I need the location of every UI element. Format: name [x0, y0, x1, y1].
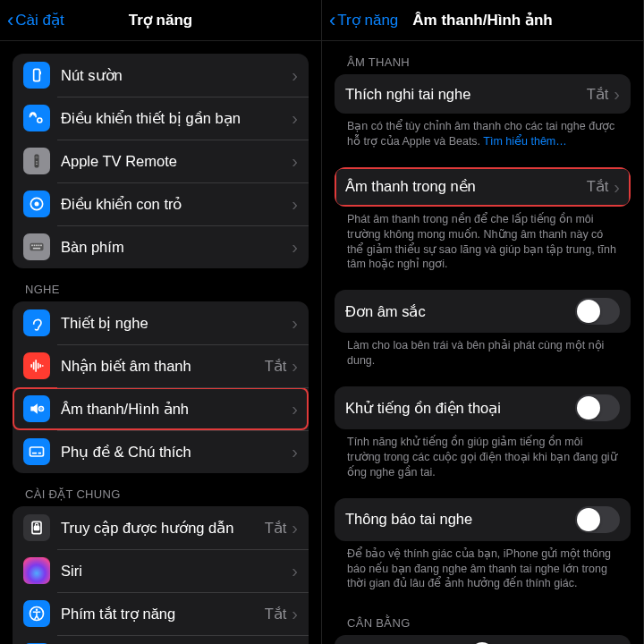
group-hearing: Thiết bị nghe › Nhận biết âm thanh Tắt ›…	[13, 301, 309, 473]
row-phone-noise-cancellation[interactable]: Khử tiếng ồn điện thoại	[335, 386, 631, 429]
row-label: Siri	[61, 563, 292, 580]
row-label: Thiết bị nghe	[61, 315, 292, 332]
audio-visual-pane: ‹ Trợ năng Âm thanh/Hình ảnh ÂM THANH Th…	[322, 0, 644, 644]
chevron-right-icon: ›	[614, 85, 620, 103]
row-detail: Tắt	[265, 520, 287, 537]
page-title: Âm thanh/Hình ảnh	[412, 11, 552, 30]
row-audio-visual[interactable]: Âm thanh/Hình ảnh ›	[13, 387, 309, 430]
chevron-right-icon: ›	[292, 195, 298, 213]
row-nearby-control[interactable]: Điều khiển thiết bị gần bạn ›	[13, 97, 309, 140]
section-header-balance: CÂN BẰNG	[322, 602, 643, 635]
nav-bar: ‹ Trợ năng Âm thanh/Hình ảnh	[322, 0, 643, 41]
svg-point-6	[36, 164, 37, 165]
row-detail: Tắt	[265, 606, 287, 623]
section-header-general: CÀI ĐẶT CHUNG	[0, 473, 321, 506]
row-label: Truy cập được hướng dẫn	[61, 520, 265, 537]
row-detail: Tắt	[265, 358, 287, 375]
group-mono-audio: Đơn âm sắc	[335, 290, 631, 333]
pointer-icon	[23, 191, 50, 217]
chevron-right-icon: ›	[292, 519, 298, 537]
row-background-sounds[interactable]: Âm thanh trong nền Tắt ›	[335, 167, 631, 207]
row-subtitles-captions[interactable]: Phụ đề & Chú thích ›	[13, 430, 309, 473]
row-label: Âm thanh trong nền	[345, 178, 587, 195]
svg-point-8	[35, 202, 39, 207]
svg-rect-11	[34, 245, 36, 247]
chevron-right-icon: ›	[292, 314, 298, 332]
section-header-hearing: NGHE	[0, 268, 321, 301]
mono-audio-toggle[interactable]	[575, 298, 620, 325]
svg-point-23	[40, 408, 42, 410]
chevron-right-icon: ›	[292, 66, 298, 84]
row-label: Khử tiếng ồn điện thoại	[345, 400, 575, 417]
balance-slider-row: T P	[335, 635, 631, 644]
row-apple-tv-remote[interactable]: Apple TV Remote ›	[13, 140, 309, 182]
svg-rect-9	[30, 243, 44, 250]
row-label: Nhận biết âm thanh	[61, 358, 265, 375]
back-button[interactable]: ‹ Cài đặt	[7, 0, 64, 40]
back-button[interactable]: ‹ Trợ năng	[329, 0, 398, 40]
row-per-app-settings[interactable]: Cài đặt theo ứng dụng ›	[13, 635, 309, 644]
row-hearing-devices[interactable]: Thiết bị nghe ›	[13, 301, 309, 344]
svg-rect-28	[35, 526, 39, 530]
footer-background-sounds: Phát âm thanh trong nền để che lấp tiếng…	[322, 207, 643, 284]
footer-mono-audio: Làm cho loa bên trái và bên phải phát cù…	[322, 333, 643, 379]
row-pointer-control[interactable]: Điều khiển con trỏ ›	[13, 182, 309, 225]
nav-bar: ‹ Cài đặt Trợ năng	[0, 0, 321, 41]
group-general: Truy cập được hướng dẫn Tắt › Siri › Phí…	[13, 506, 309, 644]
svg-point-4	[35, 156, 38, 158]
row-sound-recognition[interactable]: Nhận biết âm thanh Tắt ›	[13, 344, 309, 387]
noise-cancel-toggle[interactable]	[575, 394, 620, 421]
row-label: Điều khiển con trỏ	[61, 196, 292, 213]
footer-noise-cancel: Tính năng khử tiếng ồn giúp giảm tiếng ồ…	[322, 429, 643, 491]
row-label: Âm thanh/Hình ảnh	[61, 401, 292, 418]
group-physical: Nút sườn › Điều khiển thiết bị gần bạn ›…	[13, 54, 309, 268]
row-headphone-notifications[interactable]: Thông báo tai nghe	[335, 498, 631, 541]
headphone-notif-toggle[interactable]	[575, 506, 620, 533]
chevron-right-icon: ›	[292, 238, 298, 256]
row-label: Phụ đề & Chú thích	[61, 444, 292, 461]
group-headphone-accom: Thích nghi tai nghe Tắt ›	[335, 74, 631, 114]
captions-icon	[23, 438, 50, 465]
svg-rect-12	[36, 245, 38, 247]
chevron-right-icon: ›	[292, 443, 298, 461]
row-label: Bàn phím	[61, 239, 292, 256]
row-label: Đơn âm sắc	[345, 303, 575, 320]
row-accessibility-shortcut[interactable]: Phím tắt trợ năng Tắt ›	[13, 592, 309, 635]
row-keyboards[interactable]: Bàn phím ›	[13, 225, 309, 268]
chevron-right-icon: ›	[614, 178, 620, 196]
row-label: Phím tắt trợ năng	[61, 606, 265, 623]
svg-rect-13	[38, 245, 40, 247]
settings-accessibility-pane: ‹ Cài đặt Trợ năng Nút sườn › Điều khiển…	[0, 0, 322, 644]
guided-access-icon	[23, 514, 50, 541]
chevron-right-icon: ›	[292, 152, 298, 170]
learn-more-link[interactable]: Tìm hiểu thêm…	[483, 135, 566, 148]
row-guided-access[interactable]: Truy cập được hướng dẫn Tắt ›	[13, 506, 309, 549]
page-title: Trợ năng	[129, 11, 192, 30]
svg-point-5	[36, 161, 37, 162]
section-header-audio: ÂM THANH	[322, 41, 643, 74]
keyboard-icon	[23, 233, 50, 260]
row-label: Điều khiển thiết bị gần bạn	[61, 110, 292, 127]
row-detail: Tắt	[587, 178, 609, 195]
svg-rect-10	[31, 245, 33, 247]
row-headphone-accommodations[interactable]: Thích nghi tai nghe Tắt ›	[335, 74, 631, 114]
svg-rect-14	[40, 245, 42, 247]
chevron-right-icon: ›	[292, 109, 298, 127]
row-label: Apple TV Remote	[61, 153, 292, 170]
row-label: Thông báo tai nghe	[345, 511, 575, 528]
group-balance: T P 0,00	[335, 635, 631, 644]
row-mono-audio[interactable]: Đơn âm sắc	[335, 290, 631, 333]
chevron-right-icon: ›	[292, 357, 298, 375]
chevron-right-icon: ›	[292, 562, 298, 580]
accessibility-shortcut-icon	[23, 600, 50, 627]
group-headphone-notif: Thông báo tai nghe	[335, 498, 631, 541]
svg-point-2	[38, 118, 42, 123]
group-background-sounds: Âm thanh trong nền Tắt ›	[335, 167, 631, 207]
row-label: Thích nghi tai nghe	[345, 86, 587, 103]
footer-headphone-accom: Bạn có thể tùy chỉnh âm thanh cho các ta…	[322, 114, 643, 160]
row-side-button[interactable]: Nút sườn ›	[13, 54, 309, 97]
svg-rect-24	[30, 447, 44, 456]
row-siri[interactable]: Siri ›	[13, 549, 309, 592]
nearby-icon	[23, 105, 50, 131]
row-detail: Tắt	[587, 86, 609, 103]
